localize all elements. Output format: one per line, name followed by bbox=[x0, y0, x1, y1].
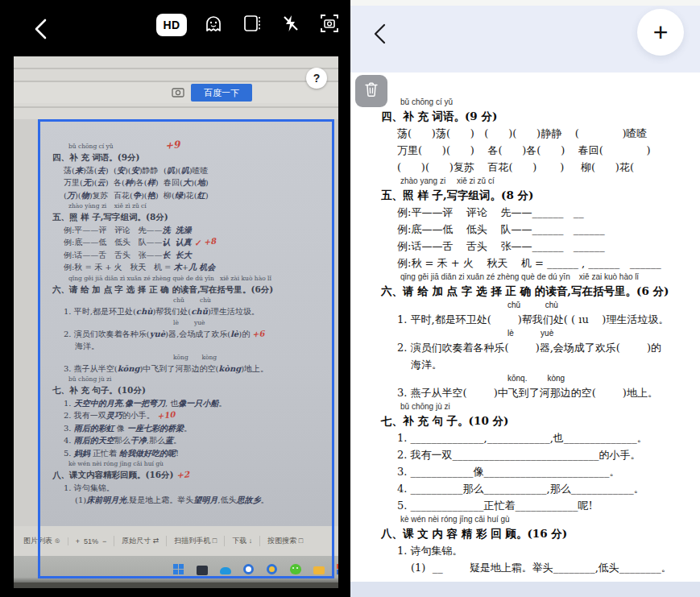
ocr-line: 例:底——低 低头 队——______ ______ bbox=[397, 221, 700, 238]
ocr-line: kè wén nèi róng jīng cǎi huí gù bbox=[400, 514, 700, 525]
back-button[interactable] bbox=[368, 20, 392, 48]
plus-icon: + bbox=[653, 18, 669, 48]
frame-border-toggle[interactable] bbox=[240, 13, 264, 37]
result-header: + bbox=[350, 6, 700, 73]
ocr-line: lè yuè bbox=[507, 328, 700, 339]
chevron-left-icon bbox=[29, 31, 53, 44]
ocr-line: 例:话——舌 舌头 张——______ ______ bbox=[397, 238, 700, 255]
ocr-line: 例:平——评 评论 先——______ __ bbox=[397, 204, 700, 221]
ocr-line: kōnq. kòng bbox=[507, 373, 700, 384]
ocr-line: 七、补 充 句 子。(10 分) bbox=[381, 413, 700, 429]
ocr-line: 5. ______________正忙着____________呢! bbox=[397, 497, 700, 514]
crop-selection-rect[interactable] bbox=[38, 119, 334, 578]
camera-top-bar: HD bbox=[0, 0, 350, 56]
ocr-line: 八、课 文 内 容 精 彩 回 顾。(16 分) bbox=[381, 525, 700, 542]
ocr-line: 四、补 充 词语。(9 分) bbox=[381, 108, 700, 125]
photo-bottom-shadow bbox=[14, 582, 338, 588]
app-screen: HD bbox=[0, 0, 700, 597]
ocr-line: bǔ chōng cí yǔ bbox=[400, 97, 700, 108]
add-page-button[interactable]: + bbox=[637, 9, 684, 56]
ocr-line: 万里( )( ) 各( )各( ) 春回( ) bbox=[397, 142, 700, 159]
ghost-filter-icon bbox=[203, 13, 224, 37]
ocr-line: bǔ chōng jù zi bbox=[400, 401, 700, 413]
ocr-line: 1. 平时,都是环卫处( )帮我们处( ( ıu )理生活垃圾。 bbox=[397, 311, 700, 328]
ocr-line: 六、请 给 加 点 字 选 择 正 确 的读音,写在括号里。(6 分) bbox=[381, 283, 700, 300]
ocr-line: 3. 燕子从半空( )中飞到了河那边的空( )地上。 bbox=[397, 384, 700, 401]
screenshot-camera-icon bbox=[318, 12, 341, 38]
chevron-left-icon bbox=[368, 36, 392, 50]
ocr-line: 1. 诗句集锦。 bbox=[397, 542, 700, 559]
flash-off-icon bbox=[280, 13, 301, 37]
hd-toggle[interactable]: HD bbox=[156, 14, 187, 36]
ocr-line: qǐng gěi jiā diǎn zi xuǎn zé zhèng què d… bbox=[400, 272, 700, 283]
help-button-in-photo: ? bbox=[306, 68, 327, 89]
frame-border-icon bbox=[242, 13, 263, 37]
app-grid-icon bbox=[337, 564, 338, 575]
ocr-line: 例:秋 = 禾 + 火 秋天 机 = ______ , ______ _____… bbox=[397, 255, 700, 272]
flash-off-toggle[interactable] bbox=[279, 13, 303, 37]
ocr-line: 荡( )荡( ) ( )( )静静 ( )喳喳 bbox=[397, 125, 700, 142]
ocr-line: ( )( )复苏 百花( ) ) 柳( )花( bbox=[397, 159, 700, 176]
ocr-result-panel: + bǔ chōng cí yǔ四、补 充 词语。(9 分)荡( )荡( ) (… bbox=[350, 0, 700, 597]
ocr-line: 海洋。 bbox=[411, 356, 700, 373]
bottom-bar bbox=[350, 582, 700, 597]
baidu-search-button-in-photo: 百度一下 bbox=[191, 84, 252, 102]
ocr-line: 2. 我有一双____________________________的小手。 bbox=[397, 446, 700, 463]
ocr-text-area[interactable]: bǔ chōng cí yǔ四、补 充 词语。(9 分)荡( )荡( ) ( )… bbox=[350, 97, 700, 582]
ocr-line: 2. 演员们吹奏着各种乐( )器,会场成了欢乐( )的 bbox=[397, 339, 700, 356]
ocr-line: 五、照 样 子,写字组词。(8 分) bbox=[381, 187, 700, 204]
ocr-line: 3. ____________像________________________… bbox=[397, 463, 700, 480]
ocr-line: (1) __ 疑是地上霜。举头________,低头________。 bbox=[411, 559, 700, 576]
camera-panel: HD bbox=[0, 0, 350, 597]
camera-icon bbox=[172, 86, 184, 101]
top-sliver bbox=[350, 0, 700, 6]
camera-viewfinder-photo: 百度一下 ? bǔ chōng cí yǔ+9四、补 充 词语。(9分)荡(来)… bbox=[14, 56, 338, 588]
back-button[interactable] bbox=[29, 16, 53, 42]
ocr-line: chǔ chù bbox=[507, 300, 700, 311]
photographed-screen-top: 百度一下 ? bbox=[14, 56, 338, 119]
ocr-line: 1. ______________,____________,也________… bbox=[397, 429, 700, 446]
ghost-filter-toggle[interactable] bbox=[201, 13, 226, 37]
ocr-line: zhào yang zi xiě zi zǔ cí bbox=[400, 176, 700, 187]
photographed-search-row: 百度一下 bbox=[14, 82, 338, 103]
screenshot-capture-button[interactable] bbox=[317, 13, 342, 37]
ocr-line: 4. __________那么____________,那么__________… bbox=[397, 480, 700, 497]
